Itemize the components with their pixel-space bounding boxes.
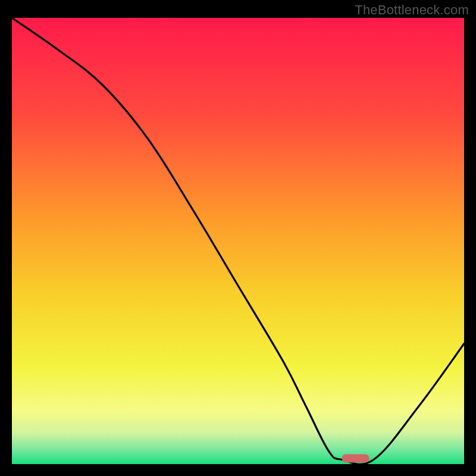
chart-plot-area [12,18,464,464]
chart-frame: TheBottleneck.com [0,0,476,476]
bottleneck-curve-path [12,18,464,464]
optimal-marker [342,455,369,463]
chart-lines [12,18,464,464]
watermark-text: TheBottleneck.com [355,2,469,18]
